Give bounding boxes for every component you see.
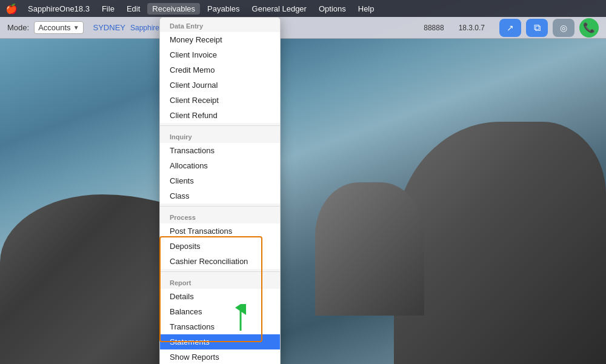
- menu-file[interactable]: File: [97, 3, 119, 15]
- menu-item-clients[interactable]: Clients: [160, 173, 280, 188]
- toolbar-location: SYDNEY: [93, 23, 125, 32]
- menu-item-allocations[interactable]: Allocations: [160, 158, 280, 173]
- mode-arrow-icon: ▼: [73, 24, 79, 31]
- menu-item-cashier-reconciliation[interactable]: Cashier Reconciliation: [160, 254, 280, 269]
- menu-item-details[interactable]: Details: [160, 289, 280, 304]
- toolbar-version: 18.3.0.7: [459, 24, 485, 32]
- menu-item-client-receipt[interactable]: Client Receipt: [160, 93, 280, 108]
- menu-item-credit-memo[interactable]: Credit Memo: [160, 62, 280, 78]
- menu-item-post-transactions[interactable]: Post Transactions: [160, 223, 280, 239]
- menu-item-client-refund[interactable]: Client Refund: [160, 108, 280, 123]
- separator-1: [160, 125, 280, 126]
- mode-select[interactable]: Accounts ▼: [34, 21, 83, 34]
- section-header-process: Process: [160, 209, 280, 223]
- menu-receivables[interactable]: Receivables: [147, 3, 200, 15]
- menu-item-transactions-rep[interactable]: Transactions: [160, 319, 280, 334]
- export-button[interactable]: ↗: [499, 19, 521, 37]
- apple-logo-icon[interactable]: 🍎: [5, 2, 18, 15]
- menu-item-statements[interactable]: Statements: [160, 334, 280, 349]
- receivables-menu: Data Entry Money Receipt Client Invoice …: [159, 17, 281, 364]
- menu-item-class[interactable]: Class: [160, 188, 280, 204]
- phone-button[interactable]: 📞: [579, 18, 599, 38]
- rock-right: [394, 122, 606, 364]
- menu-item-show-reports[interactable]: Show Reports: [160, 349, 280, 364]
- menu-payables[interactable]: Payables: [202, 3, 244, 15]
- menu-item-balances[interactable]: Balances: [160, 304, 280, 319]
- menu-sapphireone[interactable]: SapphireOne18.3: [23, 3, 95, 15]
- section-header-data-entry: Data Entry: [160, 18, 280, 32]
- menu-item-client-journal[interactable]: Client Journal: [160, 78, 280, 93]
- menu-help[interactable]: Help: [353, 3, 379, 15]
- menu-options[interactable]: Options: [314, 3, 351, 15]
- menubar: 🍎 SapphireOne18.3 File Edit Receivables …: [0, 0, 606, 17]
- menu-item-transactions-inq[interactable]: Transactions: [160, 143, 280, 158]
- menu-edit[interactable]: Edit: [122, 3, 145, 15]
- section-header-report: Report: [160, 274, 280, 289]
- menu-item-deposits[interactable]: Deposits: [160, 239, 280, 254]
- section-header-inquiry: Inquiry: [160, 128, 280, 143]
- toolbar: Mode: Accounts ▼ SYDNEY SapphireOne S...…: [0, 17, 606, 39]
- separator-3: [160, 271, 280, 272]
- menu-general-ledger[interactable]: General Ledger: [247, 3, 311, 15]
- rock-mid: [315, 182, 424, 316]
- mode-value: Accounts: [38, 23, 70, 32]
- separator-2: [160, 206, 280, 207]
- view-button[interactable]: ◎: [553, 19, 574, 37]
- menu-item-client-invoice[interactable]: Client Invoice: [160, 47, 280, 62]
- toolbar-code: 88888: [424, 24, 444, 32]
- menu-item-money-receipt[interactable]: Money Receipt: [160, 32, 280, 47]
- copy-button[interactable]: ⧉: [526, 19, 548, 37]
- mode-label: Mode:: [7, 23, 29, 32]
